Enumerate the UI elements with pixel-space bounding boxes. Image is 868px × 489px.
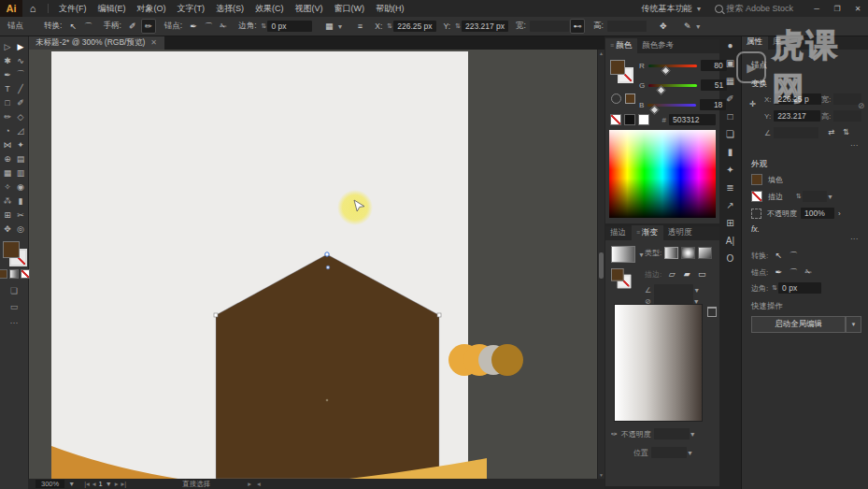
zoom-tool[interactable]: ◎ [14,222,27,236]
show-handles-icon[interactable]: ✐ [126,20,139,33]
fx-button[interactable]: fx. [751,224,760,234]
fill-swatch[interactable] [3,241,20,258]
export-panel-icon[interactable]: ↗ [723,199,738,211]
curvature-tool[interactable]: ⌒ [14,67,27,81]
tab-properties[interactable]: 属性 [742,35,768,50]
stroke-along-icon[interactable]: ▰ [680,267,693,280]
more-options-button[interactable]: ··· [850,140,859,150]
width-tool[interactable]: ⋈ [1,137,14,151]
swatches-panel-icon[interactable]: ▣ [723,57,738,69]
y-field[interactable]: 223.217 px [462,21,508,32]
eyedropper-tool[interactable]: ✧ [1,180,14,194]
selection-tool[interactable]: ▷ [1,39,14,53]
height-field[interactable] [833,110,861,122]
workspace-switcher[interactable]: 传统基本功能 ▼ [642,3,703,15]
flip-vertical-icon[interactable]: ⇅ [843,127,849,137]
pen-tool[interactable]: ✒ [1,67,14,81]
line-segment-tool[interactable]: ╱ [14,81,27,95]
appearance-panel-icon[interactable]: ✦ [723,164,738,176]
chevron-right-icon[interactable]: › [838,209,841,218]
tab-libraries[interactable]: 库 [768,35,787,50]
sun-circle-4[interactable] [491,344,523,376]
search-input[interactable]: 搜索 Adobe Stock [726,3,793,15]
first-artboard-icon[interactable]: |◂ [84,480,90,488]
perspective-grid-tool[interactable]: ▤ [14,151,27,165]
scroll-down-icon[interactable]: ▼ [598,472,605,478]
next-artboard-icon[interactable]: ▸ [115,480,119,488]
pathfinder-panel-icon[interactable]: ❏ [723,128,738,140]
scale-tool[interactable]: ◿ [14,123,27,137]
tab-stroke[interactable]: 描边 [605,225,632,240]
zoom-level-field[interactable]: 300% [36,480,64,488]
remove-anchor-icon[interactable]: ⌒ [202,20,215,33]
slice-tool[interactable]: ✂ [14,208,27,222]
b-slider[interactable] [647,104,696,107]
gradient-position-field[interactable] [651,447,687,458]
fill-swatch[interactable] [611,268,624,281]
menu-item[interactable]: 编辑(E) [92,3,132,15]
scroll-up-icon[interactable]: ▲ [598,50,605,56]
stepper-icon[interactable]: ⇅ [796,193,802,200]
artboard-tool[interactable]: ⊞ [1,208,14,222]
anchor-handle-dot[interactable] [326,266,330,269]
tab-color[interactable]: ≡颜色 [605,38,637,53]
stepper-icon[interactable]: ⇅ [455,22,461,30]
gradient-mode-button[interactable] [9,269,19,279]
color-panel-icon[interactable]: ● [723,39,738,51]
rotate-tool[interactable]: ◔ [1,123,14,137]
home-icon[interactable]: ⌂ [22,3,43,14]
blend-tool[interactable]: ◉ [14,180,27,194]
magic-wand-tool[interactable]: ✱ [1,53,14,67]
mesh-tool[interactable]: ▦ [1,165,14,180]
convert-smooth-icon[interactable]: ⌒ [81,20,94,33]
chevron-down-icon[interactable]: ▼ [638,252,645,258]
paintbrush-tool[interactable]: ✐ [14,95,27,109]
shape-builder-tool[interactable]: ⊕ [1,151,14,165]
pencil-tool[interactable]: ✏ [1,109,14,123]
stroke-across-icon[interactable]: ▭ [695,267,708,280]
menu-item[interactable]: 文件(F) [53,3,92,15]
isolate-icon[interactable]: ✥ [657,20,670,33]
fill-swatch[interactable] [610,60,625,75]
r-slider[interactable] [648,65,697,67]
stroke-swatch[interactable] [751,191,762,202]
close-tab-icon[interactable]: ✕ [150,38,157,47]
convert-smooth-icon[interactable]: ⌒ [787,249,800,262]
last-artboard-icon[interactable]: ▸| [121,480,126,488]
reference-point-icon[interactable]: ✛ [749,99,756,108]
link-dimensions-icon[interactable]: ⊷ [570,19,585,34]
g-slider-handle[interactable] [657,85,666,94]
cut-path-icon[interactable]: ✁ [217,20,230,33]
character-panel-icon[interactable]: A| [723,235,738,247]
more-tools-button[interactable]: ··· [10,318,19,327]
hide-handles-icon[interactable]: ✏ [141,19,156,34]
cut-path-icon[interactable]: ✁ [802,266,815,279]
opacity-swatch-icon[interactable] [751,209,761,219]
menu-item[interactable]: 帮助(H) [370,3,410,15]
layers-panel-icon[interactable]: ≣ [723,181,738,194]
gradient-slider[interactable] [615,305,702,421]
chevron-down-icon[interactable]: ▼ [106,481,112,487]
tab-color-guide[interactable]: 颜色参考 [637,38,679,53]
gradient-opacity-field[interactable] [654,428,690,439]
width-field[interactable] [530,21,569,32]
corner-field[interactable]: 0 px [267,21,312,32]
anchor-point-top[interactable] [325,252,329,256]
free-transform-tool[interactable]: ✦ [14,137,27,151]
hand-tool[interactable]: ✥ [1,222,14,236]
rotate-field[interactable] [774,127,818,138]
fill-stroke-proxy[interactable] [610,60,634,82]
y-field[interactable]: 223.217 [774,110,820,122]
close-button[interactable]: ✕ [847,5,868,13]
tab-transparency[interactable]: 透明度 [663,225,698,240]
add-anchor-icon[interactable]: ✒ [187,20,200,33]
fill-stroke-proxy[interactable] [3,241,25,266]
menu-item[interactable]: 选择(S) [210,3,249,15]
search-icon[interactable] [715,5,723,13]
last-color-icon[interactable] [625,93,635,104]
transform-panel-icon[interactable]: □ [723,110,738,122]
gradient-tool[interactable]: ▥ [14,165,27,180]
opacity-field[interactable]: 100% [801,208,834,219]
angle-field[interactable] [654,284,693,295]
white-swatch[interactable] [638,114,649,125]
